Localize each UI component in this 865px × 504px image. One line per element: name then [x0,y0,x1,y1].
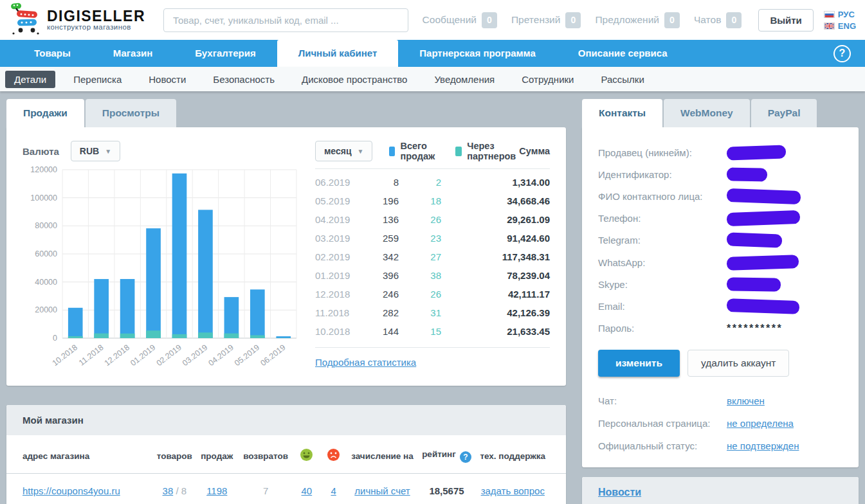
tab-Контакты[interactable]: Контакты [582,99,662,127]
main-nav-item-Партнерская программа[interactable]: Партнерская программа [398,40,557,67]
currency-dropdown[interactable]: RUB ▼ [71,141,120,161]
svg-text:05.2019: 05.2019 [233,343,261,368]
shop-row-cell: 4 [320,474,347,504]
shop-cell-link[interactable]: 4 [331,485,336,496]
main-nav-item-Описание сервиса[interactable]: Описание сервиса [557,40,689,67]
legend-partner-label: Через партнеров [467,141,519,161]
counter-Претензий[interactable]: Претензий0 [511,12,581,28]
status-label: Персональная страница: [598,418,727,429]
shop-row-cell: 40 [293,474,320,504]
sales-panel: Валюта RUB ▼ 020000400006000080000100000… [6,127,566,386]
chart-section: Валюта RUB ▼ 020000400006000080000100000… [23,140,309,378]
sales-row-12.2018: 12.20182462642,111.17 [315,285,550,303]
detailed-stats-link[interactable]: Подробная статистика [315,357,416,368]
tab-WebMoney[interactable]: WebMoney [664,99,750,127]
contact-field-row: Продавец (никнейм): [598,141,842,163]
ru-flag-icon [824,11,835,18]
sales-row-06.2019: 06.2019821,314.00 [315,173,550,192]
counter-label: Претензий [511,14,560,26]
shop-col-рейтинг: рейтинг? [417,449,475,463]
redacted-value [727,298,800,314]
svg-text:80000: 80000 [35,221,57,230]
svg-text:100000: 100000 [30,194,57,203]
digiseller-logo[interactable]: DIGISELLER конструктор магазинов [10,3,145,37]
edit-button[interactable]: изменить [598,350,680,377]
partner-sales-cell[interactable]: 31 [418,307,463,318]
shop-cell-link[interactable]: 40 [302,485,313,496]
tab-Просмотры[interactable]: Просмотры [86,99,176,127]
rating-help-icon[interactable]: ? [460,451,471,463]
sub-nav-item-Переписка[interactable]: Переписка [64,71,131,88]
sub-nav-item-Детали[interactable]: Детали [5,71,55,88]
help-icon[interactable]: ? [833,45,851,62]
counter-Сообщений[interactable]: Сообщений0 [423,12,497,28]
shop-cell-link[interactable]: личный счет [354,485,410,496]
status-value-link[interactable]: не определена [727,418,794,429]
total-sales-cell: 282 [373,307,418,318]
shop-cell-text: / 8 [173,485,187,496]
status-value-link[interactable]: не подтвержден [727,440,799,451]
redacted-value [727,210,801,226]
shop-cell-link[interactable]: задать вопрос [481,485,545,496]
shop-cell-link[interactable]: 1198 [206,485,227,496]
uk-flag-icon [824,22,835,30]
contacts-tabs: КонтактыWebMoneyPayPal [582,99,859,127]
counter-Чатов[interactable]: Чатов0 [694,12,742,28]
partner-sales-cell[interactable]: 18 [418,195,463,206]
lang-rus[interactable]: РУС [824,10,856,19]
news-link[interactable]: Новости [598,487,641,498]
contact-field-row: Телефон: [598,208,842,230]
lang-eng-label: ENG [838,21,856,31]
shop-cell-link[interactable]: 38 [163,485,174,496]
sales-row-02.2019: 02.201934227117,348.31 [315,248,550,266]
shop-cell-link[interactable]: https://coupons4you.ru [23,485,120,496]
sub-nav-item-Безопасность[interactable]: Безопасность [204,71,284,88]
contact-field-label: Skype: [598,279,727,290]
svg-text:02.2019: 02.2019 [155,343,183,368]
main-nav-item-Товары[interactable]: Товары [13,40,92,67]
sub-nav-item-Дисковое пространство[interactable]: Дисковое пространство [293,71,416,88]
partner-sales-cell[interactable]: 38 [418,270,463,281]
status-label: Официальный статус: [598,440,727,451]
shop-col-тех. поддержка: тех. поддержка [476,451,550,461]
sub-nav-item-Новости[interactable]: Новости [140,71,195,88]
partner-sales-cell[interactable]: 27 [418,251,463,262]
status-row: Персональная страница:не определена [598,412,842,435]
main-nav-item-Личный кабинет[interactable]: Личный кабинет [277,40,399,67]
svg-text:03.2019: 03.2019 [181,343,209,368]
period-dropdown[interactable]: месяц ▼ [315,141,372,161]
tab-Продажи[interactable]: Продажи [6,99,84,127]
news-panel: Новости [582,477,859,504]
legend-total-swatch [389,147,395,156]
search-input[interactable] [163,8,408,32]
partner-sales-cell[interactable]: 15 [418,326,463,337]
month-cell: 04.2019 [315,214,373,225]
legend-partner-swatch [455,147,462,156]
tab-PayPal[interactable]: PayPal [751,99,817,127]
contact-field-label: ФИО контактного лица: [598,191,727,202]
month-cell: 11.2018 [315,307,373,318]
sum-cell: 117,348.31 [463,251,550,262]
legend-total: Всего продаж [389,141,439,161]
month-cell: 01.2019 [315,270,373,281]
sub-nav-item-Рассылки[interactable]: Рассылки [592,71,653,88]
sub-nav-item-Сотрудники[interactable]: Сотрудники [513,71,583,88]
counter-Предложений[interactable]: Предложений0 [595,12,680,28]
delete-account-button[interactable]: удалить аккаунт [687,350,789,377]
logout-button[interactable]: Выйти [758,9,813,32]
partner-sales-cell[interactable]: 26 [418,214,463,225]
partner-sales-cell[interactable]: 2 [418,177,463,188]
partner-sales-cell[interactable]: 26 [418,289,463,300]
legend-total-label: Всего продаж [400,141,439,161]
main-nav-item-Магазин[interactable]: Магазин [92,40,174,67]
partner-sales-cell[interactable]: 23 [418,233,463,244]
status-value-link[interactable]: включен [727,395,765,406]
sub-nav-item-Уведомления[interactable]: Уведомления [425,71,504,88]
content-area: ПродажиПросмотры Валюта RUB ▼ 0200004000… [0,91,865,504]
svg-text:40000: 40000 [35,278,57,287]
svg-text:01.2019: 01.2019 [129,343,157,368]
main-nav-item-Бухгалтерия[interactable]: Бухгалтерия [174,40,277,67]
contact-field-row: Skype: [598,273,842,295]
total-sales-cell: 8 [373,177,418,188]
lang-eng[interactable]: ENG [824,21,856,31]
